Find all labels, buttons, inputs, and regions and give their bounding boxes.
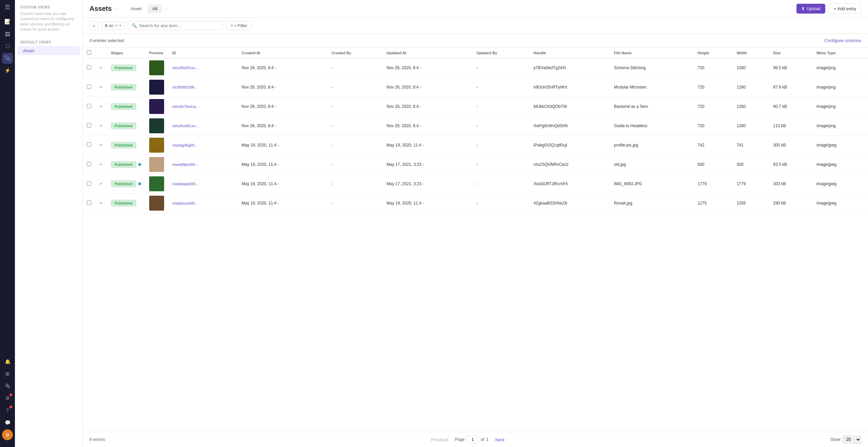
row-mime-type: image/jpeg <box>812 174 868 194</box>
custom-views-desc: Custom views help you add customized vie… <box>15 11 82 36</box>
lang-clear-icon[interactable]: ✕ <box>115 23 118 28</box>
user-avatar[interactable]: D <box>2 429 13 440</box>
nav-integrations[interactable]: 🔌 <box>2 381 13 391</box>
entries-count: 8 entries <box>90 437 105 442</box>
search-input[interactable] <box>139 23 219 28</box>
stage-badge: Published <box>111 142 136 149</box>
table-row: ✏Publishedckhz8z76w1rp...Nov 26, 2020, 8… <box>83 97 868 116</box>
stage-dot <box>138 163 141 166</box>
sidebar-item-asset[interactable]: Asset <box>18 46 80 55</box>
sidebar: CUSTOM VIEWS Custom views help you add c… <box>15 0 83 447</box>
file-name-header[interactable]: File Name <box>610 47 694 58</box>
menu-icon[interactable]: ☰ <box>5 3 10 11</box>
row-id: ckadqegds00l... <box>172 182 198 186</box>
height-header[interactable]: Height <box>694 47 733 58</box>
row-checkbox[interactable] <box>87 84 91 89</box>
filter-button[interactable]: + + Filter <box>226 21 252 30</box>
edit-icon[interactable]: ✏ <box>99 85 103 90</box>
edit-icon[interactable]: ✏ <box>99 65 103 70</box>
nav-webhooks[interactable]: ⚡ <box>2 65 13 76</box>
edit-icon[interactable]: ✏ <box>99 181 103 186</box>
updated-by-header[interactable]: Updated By <box>472 47 529 58</box>
created-at-header[interactable]: Created At <box>238 47 328 58</box>
row-created-at: Nov 26, 2020, 8:4 - <box>238 97 328 116</box>
nav-chat[interactable]: 💬 <box>2 417 13 428</box>
row-checkbox[interactable] <box>87 181 91 186</box>
row-created-at: May 19, 2020, 11:4 - <box>238 136 328 155</box>
row-height: 720 <box>694 116 733 136</box>
edit-icon[interactable]: ✏ <box>99 162 103 167</box>
upload-button[interactable]: ⬆ Upload <box>796 4 825 14</box>
updated-at-header[interactable]: Updated At <box>382 47 472 58</box>
info-bar: 0 entries selected Configure columns <box>83 34 868 47</box>
preview-thumbnail <box>149 60 164 75</box>
edit-icon[interactable]: ✏ <box>99 143 103 148</box>
nav-media[interactable]: 🖼 <box>2 28 13 39</box>
nav-extensions[interactable]: ⊞ <box>2 368 13 379</box>
row-updated-by: - <box>472 155 529 174</box>
tab-more-dots[interactable]: ··· <box>163 6 168 12</box>
row-id: ckhz8z76w1rp... <box>172 104 199 109</box>
row-checkbox[interactable] <box>87 200 91 205</box>
row-updated-by: - <box>472 58 529 78</box>
page-number-input[interactable] <box>467 436 479 443</box>
row-size: 90.7 kB <box>769 97 812 116</box>
id-header[interactable]: ID <box>168 47 238 58</box>
table-row: ✏Published ckadqf9pc00h...May 19, 2020, … <box>83 155 868 174</box>
page-title: Assets <box>90 5 112 13</box>
title-menu-dots[interactable]: ··· <box>115 6 119 12</box>
mime-type-header[interactable]: Mime Type <box>812 47 868 58</box>
row-file-name: Backend as a Serv <box>610 97 694 116</box>
row-updated-at: Nov 26, 2020, 8:4 - <box>382 97 472 116</box>
select-all-checkbox[interactable] <box>87 50 91 55</box>
main-content: Assets ··· Asset All ··· ⬆ Upload + Add … <box>83 0 868 447</box>
size-header[interactable]: Size <box>769 47 812 58</box>
default-views-title: DEFAULT VIEWS <box>15 36 82 46</box>
nav-notifications[interactable]: 🔔 <box>2 356 13 367</box>
preview-thumbnail <box>149 80 164 95</box>
preview-thumbnail <box>149 138 164 153</box>
configure-columns-link[interactable]: Configure columns <box>825 38 861 43</box>
add-entry-button[interactable]: + Add entry <box>829 3 861 14</box>
show-control: Show 25 50 100 <box>830 435 861 444</box>
width-header[interactable]: Width <box>733 47 769 58</box>
tab-asset[interactable]: Asset <box>126 4 146 13</box>
stage-badge: Published <box>111 64 136 71</box>
tab-all[interactable]: All <box>147 4 162 13</box>
row-mime-type: image/jpeg <box>812 155 868 174</box>
nav-help[interactable]: ? <box>2 405 13 416</box>
nav-assets[interactable]: 📎 <box>2 53 13 64</box>
show-select[interactable]: 25 50 100 <box>843 435 861 444</box>
row-created-at: May 19, 2020, 11:4 - <box>238 194 328 213</box>
row-handle: y7BVw0edTg24Xi <box>530 58 610 78</box>
preview-thumbnail <box>149 176 164 191</box>
edit-icon[interactable]: ✏ <box>99 201 103 206</box>
nav-content[interactable]: 📝 <box>2 16 13 27</box>
lang-chevron-icon[interactable]: ▾ <box>119 23 121 28</box>
edit-header <box>95 47 107 58</box>
help-badge <box>9 406 12 408</box>
edit-icon[interactable]: ✏ <box>99 123 103 128</box>
table-header-row: Stages Preview ID Created At Created By … <box>83 47 868 58</box>
row-checkbox[interactable] <box>87 123 91 128</box>
previous-button[interactable]: Previous <box>428 436 451 444</box>
stage-badge: Published <box>111 161 136 168</box>
language-selector[interactable]: A en ✕ ▾ <box>102 22 124 30</box>
row-handle: rAvZSQVMRvCw1t <box>530 155 610 174</box>
stages-header[interactable]: Stages <box>107 47 145 58</box>
nav-settings[interactable]: ⚙ <box>2 393 13 404</box>
next-button[interactable]: Next <box>493 436 507 444</box>
row-width: 1280 <box>733 116 769 136</box>
nav-models[interactable]: ⬡ <box>2 41 13 52</box>
collapse-sidebar-button[interactable]: « <box>90 21 98 30</box>
row-height: 720 <box>694 58 733 78</box>
search-box[interactable]: 🔍 <box>128 21 223 30</box>
edit-icon[interactable]: ✏ <box>99 104 103 109</box>
row-checkbox[interactable] <box>87 65 91 70</box>
row-checkbox[interactable] <box>87 162 91 166</box>
row-checkbox[interactable] <box>87 142 91 147</box>
row-checkbox[interactable] <box>87 104 91 108</box>
created-by-header[interactable]: Created By <box>328 47 382 58</box>
handle-header[interactable]: Handle <box>530 47 610 58</box>
assets-table: Stages Preview ID Created At Created By … <box>83 47 868 213</box>
